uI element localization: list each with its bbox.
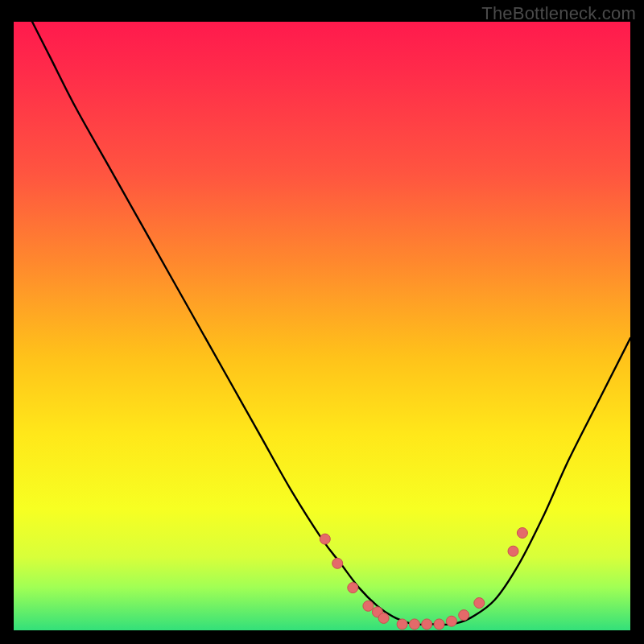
data-point: [348, 583, 358, 593]
plot-area: [14, 22, 630, 630]
data-point: [332, 558, 343, 568]
data-point: [409, 619, 419, 630]
bottleneck-curve: [32, 22, 630, 625]
data-point: [378, 613, 389, 623]
data-point: [446, 616, 456, 626]
data-point: [434, 619, 444, 630]
chart-frame: TheBottleneck.com: [0, 0, 644, 644]
data-point: [517, 528, 527, 539]
data-point: [474, 598, 485, 609]
data-point: [397, 619, 407, 630]
data-point: [459, 610, 469, 621]
data-point: [422, 619, 432, 630]
curve-layer: [14, 22, 630, 630]
data-point: [508, 546, 518, 556]
data-point: [363, 601, 374, 611]
data-point: [320, 534, 330, 544]
